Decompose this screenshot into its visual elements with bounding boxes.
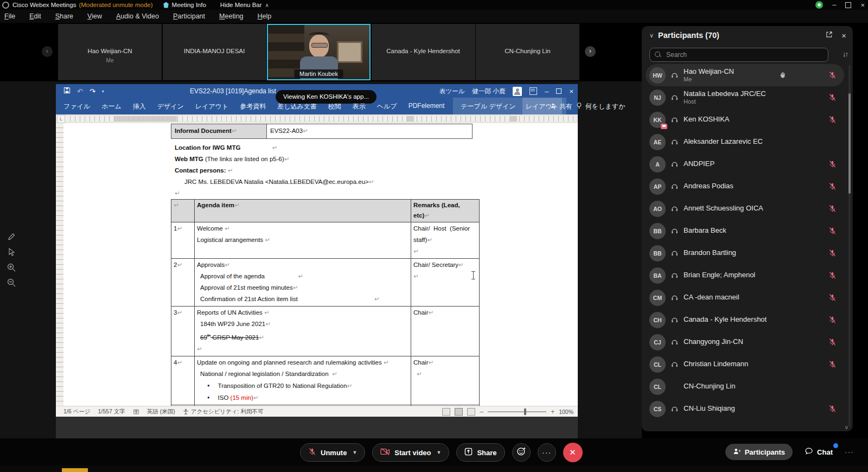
panel-close-icon[interactable]: × [841,31,846,40]
redo-icon[interactable]: ↷ [90,87,95,95]
participant-row[interactable]: BBBrandon Bartling [646,242,844,264]
minimize-button[interactable]: – [832,2,836,8]
menu-item-share[interactable]: Share [55,12,73,20]
annotation-pen-icon[interactable] [7,232,17,243]
zoom-slider[interactable] [488,411,546,412]
reactions-button[interactable] [512,443,531,462]
video-tile[interactable]: CN-Chunjing Lin [476,24,579,80]
leave-meeting-button[interactable]: ✕ [563,443,583,462]
participant-row[interactable]: CMCA -dean macneil [646,286,844,309]
contextual-tab[interactable]: テーブル デザイン [461,102,515,111]
word-restore-button[interactable] [556,88,561,94]
unmute-button[interactable]: Unmute ▼ [300,443,365,462]
save-icon[interactable] [63,87,71,95]
undo-icon[interactable]: ↶ [77,87,83,95]
accessibility-status[interactable]: アクセシビリティ: 利用不可 [191,408,264,416]
participant-row[interactable]: KKKen KOSHIKA [646,109,844,131]
ribbon-display-options-icon[interactable] [529,87,537,95]
mic-muted-icon [828,205,837,213]
participant-row[interactable]: APAndreas Podias [646,175,844,197]
menu-item-meeting[interactable]: Meeting [219,12,243,20]
tell-me-box[interactable]: 何をしますか [576,102,625,111]
zoom-slider-thumb[interactable] [524,409,526,415]
participant-row[interactable]: HWHao Weijian-CNMe [646,64,844,86]
read-mode-icon[interactable] [442,408,450,416]
meeting-info-label[interactable]: Meeting Info [172,2,206,8]
participant-row[interactable]: BBBarbara Beck [646,220,844,242]
zoom-in-icon[interactable] [7,263,17,273]
chat-toggle-button[interactable]: Chat [805,447,833,457]
panel-scrollbar-thumb[interactable] [848,93,851,194]
chevron-up-icon: ∧ [265,2,269,8]
language-indicator[interactable]: 英語 (米国) [147,408,175,416]
zoom-level[interactable]: 100% [559,409,573,415]
sort-icon[interactable]: ↓↑ [843,50,847,58]
word-close-button[interactable]: × [569,87,573,95]
participants-toggle-button[interactable]: Participants [725,444,793,460]
participant-row[interactable]: CLChristian Lindemann [646,353,844,375]
document-canvas[interactable]: Informal Document↵ EVS22-A03↵ Location f… [63,123,578,406]
restore-button[interactable] [845,2,851,8]
zoom-in-control[interactable]: + [551,408,554,416]
zoom-out-icon[interactable] [7,278,17,289]
menu-item-view[interactable]: View [87,12,102,20]
web-layout-icon[interactable] [467,408,475,416]
filmstrip-next-button[interactable]: › [585,46,596,57]
ribbon-tab[interactable]: ホーム [101,102,122,111]
panel-scrollbar[interactable] [848,65,851,427]
participant-row[interactable]: CHCanada - Kyle Hendershot [646,309,844,331]
filmstrip-previous-button[interactable]: ‹ [42,46,53,57]
ribbon-tab[interactable]: デザイン [157,102,184,111]
office-avatar[interactable] [513,87,522,96]
print-layout-icon[interactable] [455,408,463,416]
video-options-chevron-icon[interactable]: ▼ [437,450,442,455]
more-options-button[interactable]: ··· [538,443,556,462]
participant-row[interactable]: AANDPIEP [646,153,844,175]
scroll-down-icon[interactable]: ∨ [845,424,848,430]
tab-stop-selector[interactable]: L [57,115,65,123]
participant-row[interactable]: CJChangyong Jin-CN [646,331,844,353]
participant-row[interactable]: CSCN-Liu Shiqiang [646,398,844,420]
ribbon-tab[interactable]: PDFelement [409,102,445,111]
menu-item-edit[interactable]: Edit [29,12,41,20]
menu-item-help[interactable]: Help [258,12,272,20]
zoom-out-control[interactable]: – [480,408,483,416]
qat-dropdown-icon[interactable]: ▾ [102,89,104,94]
word-count[interactable]: 1/557 文字 [98,408,125,416]
ribbon-tab[interactable]: 参考資料 [240,102,266,111]
search-input[interactable] [665,50,819,59]
close-button[interactable]: × [860,1,865,9]
participant-search[interactable] [649,48,828,62]
panel-collapse-icon[interactable]: ∨ [649,32,654,39]
participant-row[interactable]: CLCN-Chunjing Lin [646,375,844,398]
start-video-button[interactable]: Start video ▼ [372,443,449,462]
video-tile[interactable]: Canada - Kyle Hendershot [372,24,475,80]
pop-out-icon[interactable] [826,30,833,40]
video-tile[interactable]: INDIA-MANOJ DESAI [163,24,266,80]
headset-icon-slot [671,316,679,324]
participant-row[interactable]: AEAleksander Lazarevic EC [646,131,844,153]
participant-row[interactable]: NJNatalia Lebedeva JRC/ECHost [646,86,844,109]
menu-item-file[interactable]: File [4,12,15,20]
office-share-button[interactable]: 共有 [550,102,572,111]
participant-row[interactable]: AOAnnett Schuessling OICA [646,197,844,220]
annotation-select-icon[interactable] [7,247,17,258]
participant-row[interactable]: BABrian Engle; Amphenol [646,264,844,286]
page-indicator[interactable]: 1/6 ページ [63,408,91,416]
ribbon-tab[interactable]: 挿入 [133,102,146,111]
hide-menu-bar-button[interactable]: Hide Menu Bar [220,2,262,8]
doc-line: ↵ [175,188,481,199]
proofing-icon[interactable] [133,409,139,415]
video-tile[interactable]: Hao Weijian-CNMe [58,24,162,80]
ribbon-tab[interactable]: ファイル [63,102,90,111]
menu-item-participant[interactable]: Participant [173,12,205,20]
unmute-options-chevron-icon[interactable]: ▼ [352,450,357,455]
share-button[interactable]: Share [456,443,505,462]
ribbon-tab[interactable]: ヘルプ [377,102,397,111]
more-panels-icon[interactable]: ··· [845,448,854,456]
menu-item-audio-video[interactable]: Audio & Video [116,12,159,20]
video-tile[interactable]: Martin Koubek [267,24,371,80]
word-minimize-button[interactable]: – [545,87,548,95]
participant-role: Host [684,98,766,105]
ribbon-tab[interactable]: レイアウト [195,102,228,111]
